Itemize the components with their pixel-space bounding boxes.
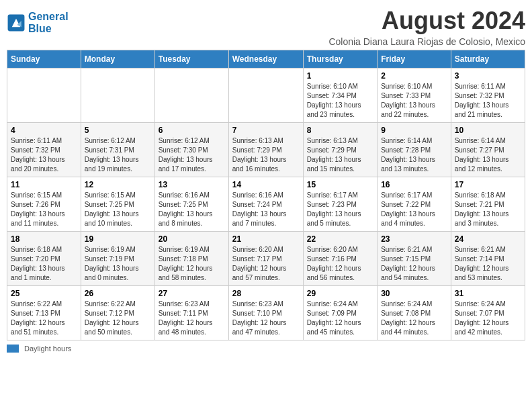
day-number: 26: [85, 289, 151, 298]
day-info: Sunrise: 6:21 AM Sunset: 7:15 PM Dayligh…: [381, 245, 447, 283]
day-number: 23: [381, 234, 447, 244]
day-info: Sunrise: 6:14 AM Sunset: 7:27 PM Dayligh…: [455, 136, 521, 174]
calendar-cell: 8Sunrise: 6:13 AM Sunset: 7:29 PM Daylig…: [303, 123, 377, 177]
location-title: Colonia Diana Laura Riojas de Colosio, M…: [328, 36, 525, 47]
day-info: Sunrise: 6:24 AM Sunset: 7:07 PM Dayligh…: [455, 300, 521, 337]
day-number: 24: [455, 234, 521, 244]
calendar-cell: [228, 68, 303, 123]
logo-text: General Blue: [28, 11, 69, 34]
week-row-1: 1Sunrise: 6:10 AM Sunset: 7:34 PM Daylig…: [7, 68, 525, 123]
calendar-cell: 17Sunrise: 6:18 AM Sunset: 7:21 PM Dayli…: [451, 177, 525, 232]
day-info: Sunrise: 6:24 AM Sunset: 7:09 PM Dayligh…: [307, 300, 373, 337]
calendar-cell: 24Sunrise: 6:21 AM Sunset: 7:14 PM Dayli…: [451, 232, 525, 286]
day-number: 17: [455, 180, 521, 189]
month-title: August 2024: [328, 7, 525, 35]
calendar-cell: 11Sunrise: 6:15 AM Sunset: 7:26 PM Dayli…: [7, 177, 81, 232]
day-number: 10: [455, 126, 521, 135]
day-info: Sunrise: 6:16 AM Sunset: 7:25 PM Dayligh…: [159, 191, 225, 228]
calendar-cell: 28Sunrise: 6:23 AM Sunset: 7:10 PM Dayli…: [228, 286, 303, 340]
day-info: Sunrise: 6:18 AM Sunset: 7:20 PM Dayligh…: [11, 245, 77, 283]
day-number: 14: [232, 180, 300, 189]
day-number: 11: [11, 180, 77, 189]
calendar-cell: 2Sunrise: 6:10 AM Sunset: 7:33 PM Daylig…: [378, 68, 451, 123]
day-number: 8: [307, 126, 373, 135]
col-saturday: Saturday: [451, 50, 525, 68]
calendar-cell: 26Sunrise: 6:22 AM Sunset: 7:12 PM Dayli…: [81, 286, 154, 340]
day-info: Sunrise: 6:13 AM Sunset: 7:29 PM Dayligh…: [232, 136, 300, 174]
day-number: 25: [11, 289, 77, 298]
day-info: Sunrise: 6:16 AM Sunset: 7:24 PM Dayligh…: [232, 191, 300, 228]
day-info: Sunrise: 6:13 AM Sunset: 7:29 PM Dayligh…: [307, 136, 373, 174]
calendar-cell: 27Sunrise: 6:23 AM Sunset: 7:11 PM Dayli…: [154, 286, 228, 340]
calendar-table: Sunday Monday Tuesday Wednesday Thursday…: [7, 50, 525, 340]
day-number: 15: [307, 180, 373, 189]
day-info: Sunrise: 6:18 AM Sunset: 7:21 PM Dayligh…: [455, 191, 521, 228]
week-row-4: 18Sunrise: 6:18 AM Sunset: 7:20 PM Dayli…: [7, 232, 525, 286]
day-info: Sunrise: 6:15 AM Sunset: 7:25 PM Dayligh…: [85, 191, 151, 228]
day-number: 13: [159, 180, 225, 189]
col-thursday: Thursday: [303, 50, 377, 68]
day-number: 20: [159, 234, 225, 244]
col-friday: Friday: [378, 50, 451, 68]
day-info: Sunrise: 6:19 AM Sunset: 7:18 PM Dayligh…: [159, 245, 225, 283]
col-monday: Monday: [81, 50, 154, 68]
calendar-cell: 19Sunrise: 6:19 AM Sunset: 7:19 PM Dayli…: [81, 232, 154, 286]
day-info: Sunrise: 6:17 AM Sunset: 7:22 PM Dayligh…: [381, 191, 447, 228]
day-number: 12: [85, 180, 151, 189]
calendar-cell: 1Sunrise: 6:10 AM Sunset: 7:34 PM Daylig…: [303, 68, 377, 123]
calendar-cell: 3Sunrise: 6:11 AM Sunset: 7:32 PM Daylig…: [451, 68, 525, 123]
day-info: Sunrise: 6:15 AM Sunset: 7:26 PM Dayligh…: [11, 191, 77, 228]
calendar-cell: 5Sunrise: 6:12 AM Sunset: 7:31 PM Daylig…: [81, 123, 154, 177]
logo-icon: [7, 13, 26, 32]
logo-line2: Blue: [28, 23, 52, 34]
day-number: 2: [381, 71, 447, 81]
calendar-cell: 14Sunrise: 6:16 AM Sunset: 7:24 PM Dayli…: [228, 177, 303, 232]
calendar-cell: 15Sunrise: 6:17 AM Sunset: 7:23 PM Dayli…: [303, 177, 377, 232]
week-row-3: 11Sunrise: 6:15 AM Sunset: 7:26 PM Dayli…: [7, 177, 525, 232]
calendar-cell: 30Sunrise: 6:24 AM Sunset: 7:08 PM Dayli…: [378, 286, 451, 340]
col-tuesday: Tuesday: [154, 50, 228, 68]
day-number: 21: [232, 234, 300, 244]
calendar-cell: [7, 68, 81, 123]
header: General Blue August 2024 Colonia Diana L…: [7, 7, 525, 47]
week-row-2: 4Sunrise: 6:11 AM Sunset: 7:32 PM Daylig…: [7, 123, 525, 177]
calendar-cell: 7Sunrise: 6:13 AM Sunset: 7:29 PM Daylig…: [228, 123, 303, 177]
day-number: 5: [85, 126, 151, 135]
calendar-cell: 12Sunrise: 6:15 AM Sunset: 7:25 PM Dayli…: [81, 177, 154, 232]
day-info: Sunrise: 6:23 AM Sunset: 7:11 PM Dayligh…: [159, 300, 225, 337]
calendar-cell: [154, 68, 228, 123]
day-info: Sunrise: 6:12 AM Sunset: 7:30 PM Dayligh…: [159, 136, 225, 174]
day-number: 27: [159, 289, 225, 298]
day-number: 30: [381, 289, 447, 298]
col-wednesday: Wednesday: [228, 50, 303, 68]
calendar-cell: [81, 68, 154, 123]
day-number: 9: [381, 126, 447, 135]
calendar-cell: 25Sunrise: 6:22 AM Sunset: 7:13 PM Dayli…: [7, 286, 81, 340]
day-info: Sunrise: 6:10 AM Sunset: 7:33 PM Dayligh…: [381, 82, 447, 120]
day-number: 4: [11, 126, 77, 135]
calendar-cell: 31Sunrise: 6:24 AM Sunset: 7:07 PM Dayli…: [451, 286, 525, 340]
daylight-swatch: [7, 345, 19, 353]
calendar-cell: 16Sunrise: 6:17 AM Sunset: 7:22 PM Dayli…: [378, 177, 451, 232]
day-info: Sunrise: 6:12 AM Sunset: 7:31 PM Dayligh…: [85, 136, 151, 174]
footer-note: Daylight hours: [7, 345, 525, 353]
calendar-cell: 9Sunrise: 6:14 AM Sunset: 7:28 PM Daylig…: [378, 123, 451, 177]
calendar-cell: 18Sunrise: 6:18 AM Sunset: 7:20 PM Dayli…: [7, 232, 81, 286]
day-number: 1: [307, 71, 373, 81]
calendar-cell: 20Sunrise: 6:19 AM Sunset: 7:18 PM Dayli…: [154, 232, 228, 286]
day-number: 19: [85, 234, 151, 244]
calendar-cell: 4Sunrise: 6:11 AM Sunset: 7:32 PM Daylig…: [7, 123, 81, 177]
day-info: Sunrise: 6:11 AM Sunset: 7:32 PM Dayligh…: [455, 82, 521, 120]
day-info: Sunrise: 6:22 AM Sunset: 7:12 PM Dayligh…: [85, 300, 151, 337]
day-number: 31: [455, 289, 521, 298]
calendar-cell: 21Sunrise: 6:20 AM Sunset: 7:17 PM Dayli…: [228, 232, 303, 286]
day-number: 6: [159, 126, 225, 135]
daylight-label: Daylight hours: [24, 345, 71, 353]
logo: General Blue: [7, 7, 69, 38]
day-number: 22: [307, 234, 373, 244]
day-info: Sunrise: 6:23 AM Sunset: 7:10 PM Dayligh…: [232, 300, 300, 337]
day-number: 7: [232, 126, 300, 135]
day-info: Sunrise: 6:20 AM Sunset: 7:16 PM Dayligh…: [307, 245, 373, 283]
title-area: August 2024 Colonia Diana Laura Riojas d…: [328, 7, 525, 47]
calendar-cell: 13Sunrise: 6:16 AM Sunset: 7:25 PM Dayli…: [154, 177, 228, 232]
